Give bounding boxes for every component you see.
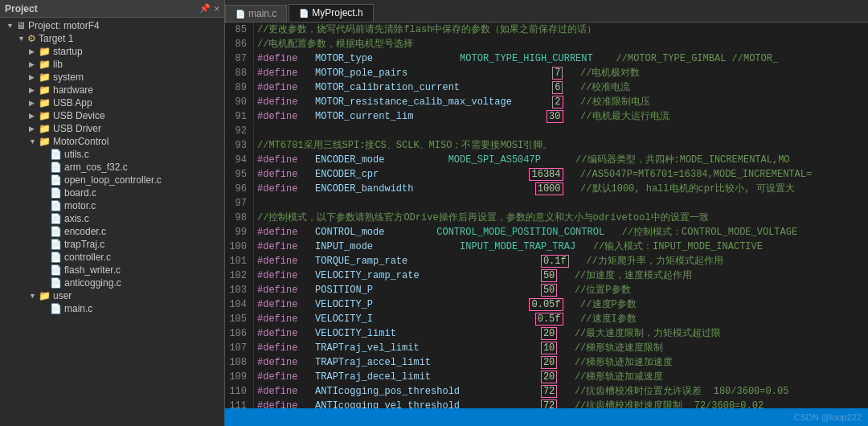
target-1[interactable]: ▼ ⚙ Target 1 xyxy=(0,32,224,45)
traptraj-file-icon: 📄 xyxy=(50,239,62,250)
code-line-88: 88 #define MOTOR_pole_pairs 7 //电机极对数 xyxy=(225,66,868,80)
code-line-87: 87 #define MOTOR_type MOTOR_TYPE_HIGH_CU… xyxy=(225,51,868,66)
code-line-91: 91 #define MOTOR_current_lim 30 //电机最大运行… xyxy=(225,109,868,124)
code-line-101: 101 #define TORQUE_ramp_rate 0.1f //力矩爬升… xyxy=(225,254,868,268)
usb-device-label: USB Device xyxy=(53,110,105,121)
file-main[interactable]: 📄 main.c xyxy=(0,302,224,315)
code-line-102: 102 #define VELOCITY_ramp_rate 50 //加速度，… xyxy=(225,268,868,283)
tab-main-c-label: main.c xyxy=(248,8,276,19)
hardware-folder-icon: 📁 xyxy=(39,84,51,96)
file-controller[interactable]: 📄 controller.c xyxy=(0,251,224,264)
target-folder-icon: ⚙ xyxy=(27,33,36,44)
code-line-95: 95 #define ENCODER_cpr 16384 //AS5047P=M… xyxy=(225,167,868,182)
file-board[interactable]: 📄 board.c xyxy=(0,186,224,199)
code-line-111: 111 #define ANTIcogging_vel_threshold 72… xyxy=(225,399,868,408)
pin-icon[interactable]: 📌 xyxy=(199,3,211,14)
myproject-h-tab-icon: 📄 xyxy=(299,9,309,18)
file-motor[interactable]: 📄 motor.c xyxy=(0,199,224,212)
folder-usb-device[interactable]: ▶ 📁 USB Device xyxy=(0,109,224,122)
tab-myproject-h[interactable]: 📄 MyProject.h xyxy=(289,4,373,22)
file-encoder[interactable]: 📄 encoder.c xyxy=(0,225,224,238)
folder-startup[interactable]: ▶ 📁 startup xyxy=(0,45,224,58)
code-line-99: 99 #define CONTROL_mode CONTROL_MODE_POS… xyxy=(225,225,868,240)
watermark-text: CSDN @loop222 xyxy=(793,412,862,422)
main-file-icon: 📄 xyxy=(50,303,62,314)
code-line-100: 100 #define INPUT_mode INPUT_MODE_TRAP_T… xyxy=(225,240,868,254)
project-title: Project xyxy=(5,3,38,14)
close-project-icon[interactable]: ✕ xyxy=(214,3,219,14)
encoder-label: encoder.c xyxy=(64,226,106,237)
open-loop-file-icon: 📄 xyxy=(50,174,62,186)
folder-usb-driver[interactable]: ▶ 📁 USB Driver xyxy=(0,122,224,135)
system-folder-icon: 📁 xyxy=(39,72,51,83)
axis-file-icon: 📄 xyxy=(50,213,62,224)
tab-myproject-h-label: MyProject.h xyxy=(312,7,362,18)
axis-label: axis.c xyxy=(64,213,89,224)
file-flash-writer[interactable]: 📄 flash_writer.c xyxy=(0,264,224,276)
folder-hardware[interactable]: ▶ 📁 hardware xyxy=(0,84,224,96)
code-line-108: 108 #define TRAPTraj_accel_limit 20 //梯形… xyxy=(225,355,868,370)
tab-main-c[interactable]: 📄 main.c xyxy=(225,5,287,22)
flash-writer-file-icon: 📄 xyxy=(50,264,62,276)
file-utils[interactable]: 📄 utils.c xyxy=(0,148,224,161)
project-header-controls: 📌 ✕ xyxy=(199,3,219,14)
expand-usb-app-icon: ▶ xyxy=(29,99,37,107)
expand-motorcontrol-icon: ▼ xyxy=(29,137,37,145)
folder-usb-app[interactable]: ▶ 📁 USB App xyxy=(0,96,224,109)
expand-target-icon: ▼ xyxy=(18,35,26,43)
utils-file-icon: 📄 xyxy=(50,149,62,160)
motorcontrol-folder-icon: 📁 xyxy=(39,136,51,147)
file-open-loop[interactable]: 📄 open_loop_controller.c xyxy=(0,174,224,186)
folder-motorcontrol[interactable]: ▼ 📁 MotorControl xyxy=(0,135,224,148)
expand-startup-icon: ▶ xyxy=(29,47,37,55)
code-line-85: 85 //更改参数，烧写代码前请先清除flash中保存的参数（如果之前保存过的话… xyxy=(225,23,868,37)
target-1-label: Target 1 xyxy=(39,33,73,44)
code-line-93: 93 //MT6701采用三线SPI:接CS、SCLK、MISO；不需要接MOS… xyxy=(225,138,868,153)
arm-cos-label: arm_cos_f32.c xyxy=(64,162,128,173)
lib-label: lib xyxy=(53,59,63,70)
code-line-110: 110 #define ANTIcogging_pos_threshold 72… xyxy=(225,384,868,399)
code-line-90: 90 #define MOTOR_resistance_calib_max_vo… xyxy=(225,95,868,109)
anticogging-label: anticogging.c xyxy=(64,277,121,289)
traptraj-label: trapTraj.c xyxy=(64,239,104,250)
usb-app-folder-icon: 📁 xyxy=(39,97,51,109)
expand-usb-device-icon: ▶ xyxy=(29,112,37,120)
lib-folder-icon: 📁 xyxy=(39,59,51,70)
motor-label: motor.c xyxy=(64,200,96,211)
file-traptraj[interactable]: 📄 trapTraj.c xyxy=(0,238,224,251)
code-line-94: 94 #define ENCODER_mode MODE_SPI_AS5047P… xyxy=(225,153,868,167)
user-folder-icon: 📁 xyxy=(39,290,51,301)
file-anticogging[interactable]: 📄 anticogging.c xyxy=(0,276,224,289)
board-label: board.c xyxy=(64,187,96,199)
folder-system[interactable]: ▶ 📁 system xyxy=(0,71,224,84)
code-line-97: 97 xyxy=(225,196,868,211)
user-label: user xyxy=(53,290,72,301)
usb-driver-folder-icon: 📁 xyxy=(39,123,51,134)
project-header: Project 📌 ✕ xyxy=(0,0,224,18)
folder-user[interactable]: ▼ 📁 user xyxy=(0,289,224,302)
utils-label: utils.c xyxy=(64,149,89,160)
system-label: system xyxy=(53,72,84,83)
expand-system-icon: ▶ xyxy=(29,73,37,81)
status-bar: CSDN @loop222 xyxy=(225,408,868,426)
usb-device-folder-icon: 📁 xyxy=(39,110,51,121)
folder-lib[interactable]: ▶ 📁 lib xyxy=(0,58,224,71)
project-root-label: Project: motorF4 xyxy=(28,20,100,31)
file-axis[interactable]: 📄 axis.c xyxy=(0,212,224,225)
project-icon: 🖥 xyxy=(16,20,26,31)
code-line-107: 107 #define TRAPTraj_vel_limit 10 //梯形轨迹… xyxy=(225,341,868,355)
open-loop-label: open_loop_controller.c xyxy=(64,174,162,186)
code-line-89: 89 #define MOTOR_calibration_current 6 /… xyxy=(225,80,868,95)
tab-bar: 📄 main.c 📄 MyProject.h xyxy=(225,0,868,23)
usb-driver-label: USB Driver xyxy=(53,123,101,134)
main-label: main.c xyxy=(64,303,92,314)
expand-user-icon: ▼ xyxy=(29,292,37,300)
code-line-106: 106 #define VELOCITY_limit 20 //最大速度限制，力… xyxy=(225,326,868,341)
motor-file-icon: 📄 xyxy=(50,200,62,211)
motorcontrol-label: MotorControl xyxy=(53,136,108,147)
anticogging-file-icon: 📄 xyxy=(50,277,62,289)
file-arm-cos[interactable]: 📄 arm_cos_f32.c xyxy=(0,161,224,174)
controller-label: controller.c xyxy=(64,252,111,263)
project-root[interactable]: ▼ 🖥 Project: motorF4 xyxy=(0,19,224,32)
code-container[interactable]: 85 //更改参数，烧写代码前请先清除flash中保存的参数（如果之前保存过的话… xyxy=(225,23,868,408)
